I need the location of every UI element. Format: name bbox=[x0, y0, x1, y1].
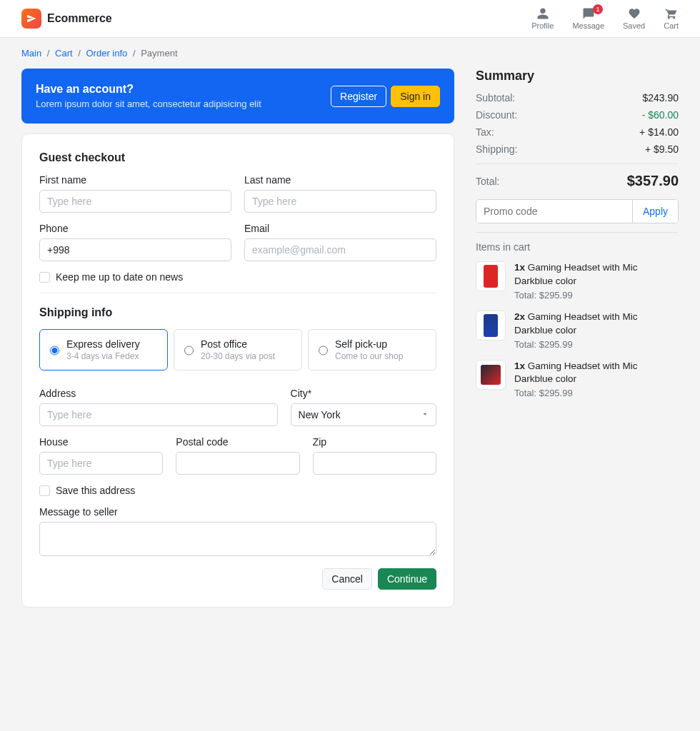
ship-express-title: Express delivery bbox=[66, 338, 140, 350]
nav-message-label: Message bbox=[572, 21, 604, 30]
postal-input[interactable] bbox=[176, 452, 299, 475]
ship-radio-post[interactable] bbox=[184, 340, 194, 361]
zip-input[interactable] bbox=[313, 452, 436, 475]
shipping-value: + $9.50 bbox=[645, 143, 679, 155]
message-seller-input[interactable] bbox=[39, 522, 436, 556]
brand-logo-icon bbox=[21, 9, 41, 29]
ship-express-sub: 3-4 days via Fedex bbox=[66, 351, 140, 361]
tax-label: Tax: bbox=[476, 126, 494, 138]
cart-icon bbox=[665, 7, 678, 20]
heart-icon bbox=[628, 7, 641, 20]
address-label: Address bbox=[39, 388, 278, 399]
first-name-label: First name bbox=[39, 174, 231, 186]
discount-value: - $60.00 bbox=[642, 109, 679, 121]
breadcrumb-payment: Payment bbox=[141, 48, 177, 59]
apply-button[interactable]: Apply bbox=[632, 200, 678, 223]
items-in-cart-title: Items in cart bbox=[476, 241, 679, 253]
phone-label: Phone bbox=[39, 223, 231, 234]
keep-updated-checkbox[interactable] bbox=[39, 272, 50, 283]
cart-item: 1x Gaming Headset with Mic Darkblue colo… bbox=[476, 261, 679, 301]
house-label: House bbox=[39, 436, 163, 448]
shipping-title: Shipping info bbox=[39, 306, 436, 319]
breadcrumb: Main / Cart / Order info / Payment bbox=[21, 38, 679, 69]
nav-cart-label: Cart bbox=[664, 21, 679, 30]
breadcrumb-cart[interactable]: Cart bbox=[55, 48, 73, 59]
tax-value: + $14.00 bbox=[639, 126, 679, 138]
header: Ecommerce Profile 1 Message Saved Cart bbox=[0, 0, 700, 38]
header-nav: Profile 1 Message Saved Cart bbox=[531, 7, 679, 30]
cart-item-total: Total: $295.99 bbox=[514, 290, 679, 301]
keep-updated-label: Keep me up to date on news bbox=[56, 271, 183, 283]
message-seller-label: Message to seller bbox=[39, 506, 436, 518]
first-name-input[interactable] bbox=[39, 190, 231, 213]
cart-item-name: Gaming Headset with Mic Darkblue color bbox=[514, 361, 638, 385]
discount-label: Discount: bbox=[476, 109, 517, 121]
cart-item-qty: 1x bbox=[514, 361, 525, 371]
email-input[interactable] bbox=[244, 238, 436, 261]
nav-message[interactable]: 1 Message bbox=[572, 7, 604, 30]
cart-item: 1x Gaming Headset with Mic Darkblue colo… bbox=[476, 360, 679, 399]
checkout-card: Guest checkout First name Last name Phon… bbox=[21, 133, 454, 608]
shipping-label: Shipping: bbox=[476, 143, 517, 155]
city-select[interactable]: New York bbox=[291, 403, 436, 426]
ship-option-post[interactable]: Post office 20-30 days via post bbox=[174, 329, 302, 370]
promo-input[interactable] bbox=[476, 200, 632, 223]
city-label: City* bbox=[291, 388, 436, 399]
continue-button[interactable]: Continue bbox=[378, 568, 436, 590]
signin-button[interactable]: Sign in bbox=[391, 86, 440, 107]
cart-item-name: Gaming Headset with Mic Darkblue color bbox=[514, 311, 638, 336]
phone-input[interactable] bbox=[39, 238, 231, 261]
ship-option-pickup[interactable]: Self pick-up Come to our shop bbox=[308, 329, 436, 370]
ship-pickup-title: Self pick-up bbox=[335, 338, 403, 350]
nav-saved[interactable]: Saved bbox=[623, 7, 645, 30]
total-value: $357.90 bbox=[627, 173, 679, 189]
house-input[interactable] bbox=[39, 452, 163, 475]
brand-text: Ecommerce bbox=[47, 12, 112, 25]
summary-sidebar: Summary Subtotal:$243.90 Discount:- $60.… bbox=[476, 69, 679, 408]
nav-cart[interactable]: Cart bbox=[664, 7, 679, 30]
register-button[interactable]: Register bbox=[331, 86, 386, 107]
ship-radio-express[interactable] bbox=[50, 340, 59, 361]
subtotal-label: Subtotal: bbox=[476, 92, 515, 104]
email-label: Email bbox=[244, 223, 436, 234]
cancel-button[interactable]: Cancel bbox=[322, 568, 372, 590]
ship-option-express[interactable]: Express delivery 3-4 days via Fedex bbox=[39, 329, 168, 370]
account-title: Have an account? bbox=[36, 83, 261, 96]
zip-label: Zip bbox=[313, 436, 436, 448]
nav-saved-label: Saved bbox=[623, 21, 645, 30]
nav-profile-label: Profile bbox=[531, 21, 554, 30]
save-address-checkbox[interactable] bbox=[39, 485, 50, 496]
ship-post-title: Post office bbox=[201, 338, 275, 350]
cart-item-total: Total: $295.99 bbox=[514, 339, 679, 350]
cart-item-qty: 1x bbox=[514, 262, 525, 273]
cart-item-name: Gaming Headset with Mic Darkblue color bbox=[514, 262, 638, 286]
summary-title: Summary bbox=[476, 69, 679, 84]
ship-post-sub: 20-30 days via post bbox=[201, 351, 275, 361]
address-input[interactable] bbox=[39, 403, 278, 426]
cart-item-total: Total: $295.99 bbox=[514, 388, 679, 398]
account-banner: Have an account? Lorem ipsum dolor sit a… bbox=[21, 69, 454, 123]
cart-item: 2x Gaming Headset with Mic Darkblue colo… bbox=[476, 311, 679, 350]
ship-pickup-sub: Come to our shop bbox=[335, 351, 403, 361]
breadcrumb-order[interactable]: Order info bbox=[86, 48, 128, 59]
last-name-label: Last name bbox=[244, 174, 436, 186]
save-address-label: Save this address bbox=[56, 485, 135, 496]
last-name-input[interactable] bbox=[244, 190, 436, 213]
user-icon bbox=[536, 7, 549, 20]
breadcrumb-main[interactable]: Main bbox=[21, 48, 41, 59]
cart-item-qty: 2x bbox=[514, 311, 525, 322]
account-subtitle: Lorem ipsum dolor sit amet, consectetur … bbox=[36, 99, 261, 109]
ship-radio-pickup[interactable] bbox=[319, 340, 328, 361]
subtotal-value: $243.90 bbox=[642, 92, 679, 104]
guest-checkout-title: Guest checkout bbox=[39, 151, 436, 164]
nav-profile[interactable]: Profile bbox=[531, 7, 554, 30]
cart-thumb-icon bbox=[476, 311, 506, 341]
cart-thumb-icon bbox=[476, 360, 506, 390]
total-label: Total: bbox=[476, 176, 499, 187]
cart-thumb-icon bbox=[476, 261, 506, 291]
message-badge: 1 bbox=[593, 4, 603, 14]
postal-label: Postal code bbox=[176, 436, 299, 448]
brand-link[interactable]: Ecommerce bbox=[21, 9, 112, 29]
promo-group: Apply bbox=[476, 199, 679, 223]
